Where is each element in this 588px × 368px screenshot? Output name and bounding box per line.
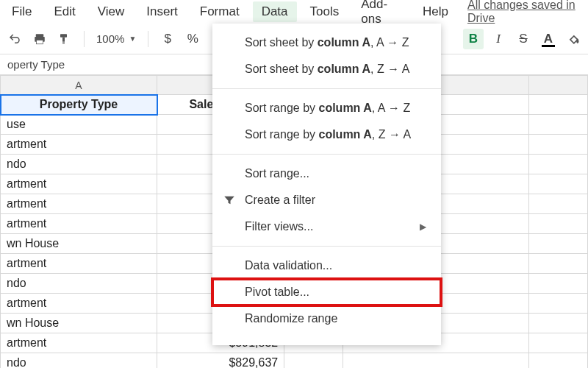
cell-G7[interactable] — [529, 214, 588, 234]
menu-view[interactable]: View — [89, 1, 134, 22]
paint-format-button[interactable] — [54, 29, 75, 49]
dd-label: Pivot table... — [245, 286, 309, 299]
cell-G4[interactable] — [529, 155, 588, 174]
cell-G6[interactable] — [529, 194, 588, 214]
cell-G12[interactable] — [529, 314, 588, 333]
menu-insert[interactable]: Insert — [137, 1, 187, 22]
cell-A9[interactable]: artment — [1, 254, 157, 274]
dd-label: Sort range... — [245, 167, 309, 180]
menu-data[interactable]: Data — [253, 1, 297, 22]
cell-A2[interactable]: use — [1, 115, 157, 135]
cell-A13[interactable]: artment — [1, 333, 157, 353]
cell-G1[interactable] — [529, 95, 588, 115]
cell-B14[interactable]: $829,637 — [157, 353, 284, 369]
undo-button[interactable] — [4, 29, 25, 49]
column-header-a[interactable]: A — [1, 76, 157, 95]
dd-label: Randomize range — [245, 312, 337, 325]
svg-rect-0 — [36, 34, 44, 37]
chevron-down-icon: ▼ — [129, 35, 136, 43]
name-box[interactable]: operty Type — [0, 57, 72, 72]
menu-sort-sheet-za[interactable]: Sort sheet by column A, Z → A — [212, 56, 441, 82]
cell-A10[interactable]: ndo — [1, 274, 157, 294]
cell-A1[interactable]: Property Type — [1, 95, 157, 115]
dropdown-separator — [212, 154, 441, 155]
cell-G2[interactable] — [529, 115, 588, 135]
menu-sort-sheet-az[interactable]: Sort sheet by column A, A → Z — [212, 29, 441, 56]
print-button[interactable] — [29, 29, 50, 49]
dropdown-separator — [212, 246, 441, 247]
cell-A14[interactable]: ndo — [1, 353, 157, 369]
menu-sort-range[interactable]: Sort range... — [212, 160, 441, 187]
cell-A8[interactable]: wn House — [1, 234, 157, 254]
dd-label: Sort sheet by column A, A → Z — [245, 36, 409, 49]
svg-rect-3 — [60, 34, 67, 38]
svg-rect-4 — [62, 37, 65, 41]
dd-label: Sort range by column A, Z → A — [245, 128, 411, 141]
drive-status[interactable]: All changes saved in Drive — [467, 0, 585, 25]
menu-format[interactable]: Format — [191, 1, 248, 22]
dd-label: Sort sheet by column A, Z → A — [245, 63, 409, 76]
text-color-button[interactable]: A — [538, 29, 559, 49]
menu-tools[interactable]: Tools — [301, 1, 348, 22]
dd-label: Sort range by column A, A → Z — [245, 102, 410, 115]
menu-data-validation[interactable]: Data validation... — [212, 252, 441, 279]
menu-sort-range-az[interactable]: Sort range by column A, A → Z — [212, 95, 441, 121]
menu-help[interactable]: Help — [414, 1, 457, 22]
zoom-value: 100% — [96, 32, 124, 45]
column-header-g[interactable] — [529, 76, 588, 95]
filter-icon — [223, 194, 236, 207]
dd-label: Data validation... — [245, 259, 332, 272]
cell-G3[interactable] — [529, 135, 588, 155]
cell-G10[interactable] — [529, 274, 588, 294]
chevron-right-icon: ▶ — [420, 222, 426, 232]
menu-edit[interactable]: Edit — [45, 1, 84, 22]
bold-button[interactable]: B — [463, 29, 484, 49]
italic-button[interactable]: I — [488, 29, 509, 49]
toolbar-separator — [148, 31, 148, 47]
menu-create-filter[interactable]: Create a filter — [212, 187, 441, 213]
menu-sort-range-za[interactable]: Sort range by column A, Z → A — [212, 121, 441, 148]
cell-G8[interactable] — [529, 234, 588, 254]
menu-randomize-range[interactable]: Randomize range — [212, 305, 441, 332]
cell-G9[interactable] — [529, 254, 588, 274]
menu-file[interactable]: File — [3, 1, 40, 22]
svg-rect-5 — [62, 41, 65, 43]
cell-E14[interactable] — [284, 353, 343, 369]
cell-G11[interactable] — [529, 294, 588, 314]
format-currency-button[interactable]: $ — [157, 29, 178, 49]
data-menu-dropdown: Sort sheet by column A, A → Z Sort sheet… — [212, 24, 441, 345]
svg-rect-2 — [37, 40, 43, 43]
cell-F14[interactable] — [343, 353, 529, 369]
dd-label: Filter views... — [245, 220, 313, 233]
cell-G13[interactable] — [529, 333, 588, 353]
cell-A3[interactable]: artment — [1, 135, 157, 155]
cell-A4[interactable]: ndo — [1, 155, 157, 174]
cell-A6[interactable]: artment — [1, 194, 157, 214]
menubar: File Edit View Insert Format Data Tools … — [0, 0, 588, 24]
cell-A12[interactable]: wn House — [1, 314, 157, 333]
menu-pivot-table[interactable]: Pivot table... — [212, 279, 441, 305]
format-percent-button[interactable]: % — [182, 29, 203, 49]
toolbar-separator — [84, 31, 85, 47]
menu-filter-views[interactable]: Filter views... ▶ — [212, 213, 441, 240]
dropdown-separator — [212, 88, 441, 89]
fill-color-button[interactable] — [563, 29, 584, 49]
zoom-select[interactable]: 100% ▼ — [93, 32, 139, 45]
cell-G14[interactable] — [529, 353, 588, 369]
table-row: ndo$829,637 — [1, 353, 588, 369]
cell-A5[interactable]: artment — [1, 174, 157, 194]
dd-label: Create a filter — [245, 194, 315, 207]
strikethrough-button[interactable]: S — [513, 29, 534, 49]
cell-A7[interactable]: artment — [1, 214, 157, 234]
cell-A11[interactable]: artment — [1, 294, 157, 314]
cell-G5[interactable] — [529, 174, 588, 194]
